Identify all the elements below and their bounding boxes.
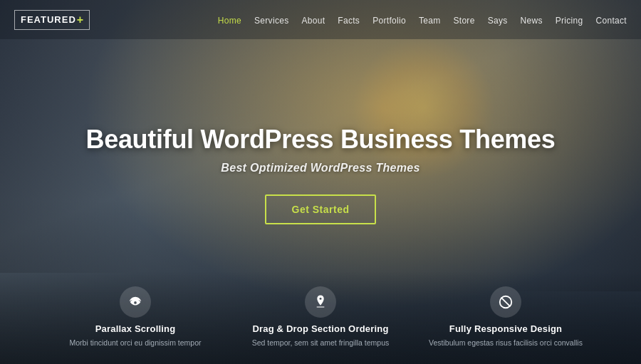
logo-plus: + bbox=[77, 14, 83, 26]
responsive-icon bbox=[490, 286, 521, 318]
hero-title: Beautiful WordPress Business Themes bbox=[71, 124, 570, 155]
parallax-icon bbox=[120, 286, 151, 318]
nav-item-pricing[interactable]: Pricing bbox=[556, 14, 583, 26]
nav-item-says[interactable]: Says bbox=[488, 14, 508, 26]
nav-item-facts[interactable]: Facts bbox=[338, 14, 360, 26]
feature-responsive-title: Fully Responsive Design bbox=[449, 323, 562, 334]
nav-links: Home Services About Facts Portfolio Team… bbox=[218, 14, 627, 26]
logo-text: FEATURED bbox=[21, 14, 76, 25]
feature-responsive: Fully Responsive Design Vestibulum egest… bbox=[427, 286, 584, 349]
svg-rect-0 bbox=[317, 306, 325, 308]
logo[interactable]: FEATURED + bbox=[14, 10, 90, 30]
nav-item-about[interactable]: About bbox=[301, 14, 325, 26]
feature-dragdrop: Drag & Drop Section Ordering Sed tempor,… bbox=[242, 286, 399, 349]
nav-item-portfolio[interactable]: Portfolio bbox=[372, 14, 406, 26]
nav-item-team[interactable]: Team bbox=[419, 14, 441, 26]
nav-item-home[interactable]: Home bbox=[218, 14, 241, 26]
nav-item-news[interactable]: News bbox=[521, 14, 543, 26]
feature-dragdrop-title: Drag & Drop Section Ordering bbox=[252, 323, 388, 334]
hero-subtitle: Best Optimized WordPress Themes bbox=[71, 162, 570, 175]
dragdrop-icon bbox=[305, 286, 336, 318]
feature-parallax-title: Parallax Scrolling bbox=[95, 323, 176, 334]
feature-responsive-desc: Vestibulum egestas risus facilisis orci … bbox=[429, 338, 583, 349]
hero-section: FEATURED + Home Services About Facts Por… bbox=[0, 0, 641, 364]
nav-item-contact[interactable]: Contact bbox=[596, 14, 627, 26]
hero-content: Beautiful WordPress Business Themes Best… bbox=[71, 124, 570, 224]
feature-parallax: Parallax Scrolling Morbi tincidunt orci … bbox=[57, 286, 214, 349]
cta-button[interactable]: Get Started bbox=[265, 194, 377, 224]
svg-line-2 bbox=[501, 298, 511, 307]
feature-dragdrop-desc: Sed tempor, sem sit amet fringilla tempu… bbox=[252, 338, 390, 349]
nav-item-services[interactable]: Services bbox=[254, 14, 288, 26]
nav-item-store[interactable]: Store bbox=[453, 14, 474, 26]
feature-parallax-desc: Morbi tincidunt orci eu dignissim tempor bbox=[70, 338, 202, 349]
navbar: FEATURED + Home Services About Facts Por… bbox=[0, 0, 641, 39]
features-bar: Parallax Scrolling Morbi tincidunt orci … bbox=[0, 271, 641, 364]
